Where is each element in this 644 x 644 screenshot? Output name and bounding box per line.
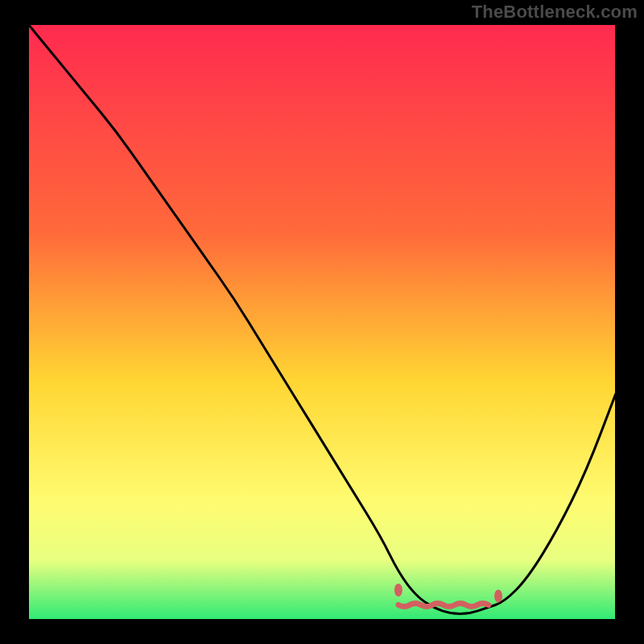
marker-squiggle: [398, 604, 489, 607]
marker-dot-left: [394, 584, 402, 597]
marker-dot-right: [494, 589, 502, 602]
watermark-text: TheBottleneck.com: [472, 2, 638, 23]
bottleneck-chart: [0, 0, 644, 644]
gradient-background: [28, 24, 616, 620]
chart-frame: TheBottleneck.com: [0, 0, 644, 644]
